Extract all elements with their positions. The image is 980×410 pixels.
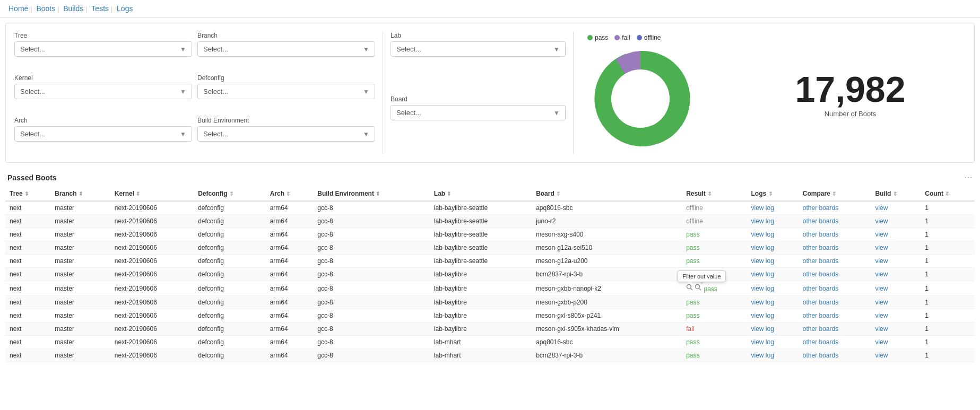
view-build-link[interactable]: view [875,271,888,278]
tree-cell: next [5,268,50,281]
other-boards-link[interactable]: other boards [803,244,838,251]
count-cell: 1 [921,228,975,241]
svg-line-2 [691,289,693,291]
tree-cell: next [5,336,50,349]
nav-logs[interactable]: Logs [117,4,133,13]
col-arch[interactable]: Arch ⇕ [266,187,314,201]
divider-2 [573,32,574,154]
filter-kernel: Kernel Select... ▼ [14,74,192,111]
view-build-link[interactable]: view [875,312,888,319]
table-options-icon[interactable]: ⋯ [964,172,973,182]
kernel-cell: next-20190606 [110,201,194,215]
view-log-link[interactable]: view log [751,244,774,251]
defconfig-cell: defconfig [194,228,265,241]
filters-right: pass fail offline [581,32,966,154]
filter-lab-select[interactable]: Select... ▼ [391,41,566,57]
filter-build-env-value: Select... [203,130,228,138]
other-boards-link[interactable]: other boards [803,325,838,333]
nav-boots[interactable]: Boots [36,4,55,13]
filter-build-env-select[interactable]: Select... ▼ [197,126,375,142]
compare-cell: other boards [799,201,871,215]
tree-cell: next [5,201,50,215]
filter-kernel-select[interactable]: Select... ▼ [14,84,192,99]
board-cell: apq8016-sbc [532,201,682,215]
result-cell: pass [682,349,747,362]
kernel-cell: next-20190606 [110,228,194,241]
view-log-link[interactable]: view log [751,312,774,319]
col-count[interactable]: Count ⇕ [921,187,975,201]
view-build-link[interactable]: view [875,352,888,359]
view-build-link[interactable]: view [875,204,888,212]
filter-kernel-value: Select... [20,88,45,95]
nav-tests[interactable]: Tests [91,4,109,13]
view-build-link[interactable]: view [875,217,888,225]
compare-cell: other boards [799,268,871,281]
other-boards-link[interactable]: other boards [803,338,838,346]
table-row: next master next-20190606 defconfig arm6… [5,255,975,268]
view-log-link[interactable]: view log [751,285,774,292]
view-log-link[interactable]: view log [751,325,774,333]
other-boards-link[interactable]: other boards [803,299,838,306]
other-boards-link[interactable]: other boards [803,257,838,265]
other-boards-link[interactable]: other boards [803,231,838,238]
col-branch[interactable]: Branch ⇕ [50,187,110,201]
view-build-link[interactable]: view [875,244,888,251]
logs-cell: view log [747,241,799,255]
view-build-link[interactable]: view [875,325,888,333]
other-boards-link[interactable]: other boards [803,285,838,292]
nav-builds[interactable]: Builds [63,4,83,13]
other-boards-link[interactable]: other boards [803,352,838,359]
view-log-link[interactable]: view log [751,257,774,265]
other-boards-link[interactable]: other boards [803,312,838,319]
other-boards-link[interactable]: other boards [803,204,838,212]
build-env-cell: gcc-8 [313,349,430,362]
col-result[interactable]: Result ⇕ [682,187,747,201]
col-tree[interactable]: Tree ⇕ [5,187,50,201]
view-log-link[interactable]: view log [751,204,774,212]
tooltip-container[interactable]: pass Filter out value [686,284,717,293]
defconfig-cell: defconfig [194,309,265,322]
filter-tree-select[interactable]: Select... ▼ [14,41,192,57]
col-build[interactable]: Build ⇕ [871,187,921,201]
other-boards-link[interactable]: other boards [803,217,838,225]
table-row: next master next-20190606 defconfig arm6… [5,336,975,349]
view-log-link[interactable]: view log [751,299,774,306]
view-build-link[interactable]: view [875,231,888,238]
logs-cell: view log [747,349,799,362]
view-build-link[interactable]: view [875,285,888,292]
other-boards-link[interactable]: other boards [803,271,838,278]
filter-board-select[interactable]: Select... ▼ [391,105,566,120]
view-build-link[interactable]: view [875,338,888,346]
legend-pass: pass [587,34,608,41]
sort-icon: ⇕ [136,191,140,197]
col-lab[interactable]: Lab ⇕ [430,187,532,201]
col-build-env[interactable]: Build Environment ⇕ [313,187,430,201]
defconfig-cell: defconfig [194,296,265,309]
arch-cell: arm64 [266,322,314,336]
filter-arch-select[interactable]: Select... ▼ [14,126,192,142]
col-compare[interactable]: Compare ⇕ [799,187,871,201]
count-cell: 1 [921,201,975,215]
nav-home[interactable]: Home [8,4,28,13]
view-log-link[interactable]: view log [751,217,774,225]
filter-branch-select[interactable]: Select... ▼ [197,41,375,57]
build-cell: view [871,215,921,228]
view-log-link[interactable]: view log [751,338,774,346]
logs-cell: view log [747,215,799,228]
view-log-link[interactable]: view log [751,231,774,238]
col-defconfig[interactable]: Defconfig ⇕ [194,187,265,201]
col-logs[interactable]: Logs ⇕ [747,187,799,201]
view-build-link[interactable]: view [875,257,888,265]
filter-defconfig-select[interactable]: Select... ▼ [197,84,375,99]
pass-dot [587,35,593,40]
view-log-link[interactable]: view log [751,352,774,359]
view-log-link[interactable]: view log [751,271,774,278]
fail-label: fail [622,34,630,41]
defconfig-cell: defconfig [194,349,265,362]
view-build-link[interactable]: view [875,299,888,306]
col-board[interactable]: Board ⇕ [532,187,682,201]
tree-cell: next [5,322,50,336]
col-kernel[interactable]: Kernel ⇕ [110,187,194,201]
chevron-down-icon: ▼ [363,46,369,53]
kernel-cell: next-20190606 [110,322,194,336]
